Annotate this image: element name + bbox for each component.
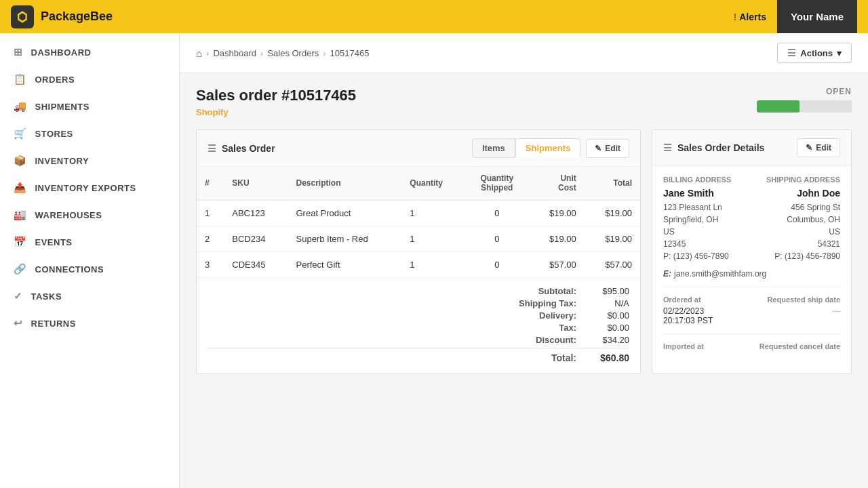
shipping-zip: 54321 [755,238,840,250]
details-edit-button[interactable]: ✎ Edit [797,138,840,157]
order-source: Shopify [196,107,356,117]
cell-num: 3 [197,252,224,278]
card-header: ☰ Sales Order Items Shipments ✎ Edit [197,130,640,167]
tab-items[interactable]: Items [472,138,515,158]
sidebar-item-shipments[interactable]: 🚚 SHIPMENTS [0,93,179,120]
cell-sku: BCD234 [224,226,288,252]
sidebar-icon-inventory: 📦 [14,155,27,167]
breadcrumb-sales-orders[interactable]: Sales Orders [267,48,319,58]
sidebar-item-dashboard[interactable]: ⊞ DASHBOARD [0,39,179,66]
cell-total: $19.00 [585,226,640,252]
section-divider [663,287,840,287]
cell-unit-cost: $19.00 [529,200,585,226]
ordered-at-col: Ordered at 02/22/2023 20:17:03 PST [663,296,748,325]
shipping-name: John Doe [755,188,840,199]
sidebar-item-connections[interactable]: 🔗 CONNECTIONS [0,256,179,283]
sidebar-item-tasks[interactable]: ✓ TASKS [0,283,179,310]
shipping-address2: Columbus, OH [755,214,840,226]
app-header: PackageBee ! Alerts Your Name [0,0,868,33]
alerts-label: Alerts [739,12,766,22]
breadcrumb-sep-2: › [260,48,263,58]
progress-bar [757,100,852,113]
requested-cancel-label: Requested cancel date [755,342,840,350]
sidebar-label-shipments: SHIPMENTS [35,102,90,112]
progress-bar-fill [757,100,800,113]
sidebar-icon-shipments: 🚚 [14,100,27,113]
home-icon: ⌂ [196,47,202,59]
billing-address1: 123 Pleasant Ln [663,201,748,214]
sidebar-item-stores[interactable]: 🛒 STORES [0,120,179,147]
sidebar-item-orders[interactable]: 📋 ORDERS [0,66,179,93]
logo-icon [11,5,34,28]
tab-shipments[interactable]: Shipments [515,138,580,158]
discount-value: $34.20 [582,335,629,345]
edit-button[interactable]: ✎ Edit [586,139,629,158]
order-table: # SKU Description Quantity QuantityShipp… [197,167,640,277]
tax-value: $0.00 [582,323,629,333]
shipping-type: Shipping Address [755,176,840,184]
sidebar-label-warehouses: WAREHOUSES [35,210,102,220]
sidebar-icon-inventory-exports: 📤 [14,182,27,194]
requested-ship-label: Requested ship date [755,296,840,304]
sidebar: ⊞ DASHBOARD 📋 ORDERS 🚚 SHIPMENTS 🛒 STORE… [0,33,180,488]
breadcrumb: ⌂ › Dashboard › Sales Orders › 10517465 [196,47,369,59]
shipping-phone: P: (123) 456-7890 [755,251,840,261]
actions-button[interactable]: ☰ Actions ▾ [777,43,852,63]
subtotal-label: Subtotal: [538,286,576,296]
sidebar-item-warehouses[interactable]: 🏭 WAREHOUSES [0,201,179,228]
col-total: Total [585,167,640,200]
section-divider-2 [663,333,840,334]
details-edit-label: Edit [816,143,831,152]
details-header: ☰ Sales Order Details ✎ Edit [652,130,851,166]
details-title-text: Sales Order Details [677,142,764,153]
shipping-address: Shipping Address John Doe 456 Spring St … [755,176,840,261]
menu-icon: ☰ [208,143,216,154]
cell-sku: CDE345 [224,252,288,278]
total-row: Total: $60.80 [208,348,629,363]
imported-at-col: Imported at [663,342,748,353]
sidebar-icon-events: 📅 [14,236,27,248]
subtotal-row: Subtotal: $95.00 [208,286,629,296]
content-area: ☰ Sales Order Items Shipments ✎ Edit [180,124,868,385]
requested-ship-col: Requested ship date --- [755,296,840,325]
cell-desc: Great Product [288,200,402,226]
col-desc: Description [288,167,402,200]
cell-qty-shipped: 0 [465,200,529,226]
sidebar-item-returns[interactable]: ↩ RETURNS [0,310,179,337]
sidebar-label-orders: ORDERS [35,75,75,85]
subtotal-value: $95.00 [582,286,629,296]
order-info: Sales order #10517465 Shopify [196,87,356,117]
details-card-title: ☰ Sales Order Details [663,142,764,153]
card-title: ☰ Sales Order [208,143,275,154]
billing-address: Billing Address Jane Smith 123 Pleasant … [663,176,748,261]
sidebar-item-inventory[interactable]: 📦 INVENTORY [0,147,179,174]
sidebar-item-events[interactable]: 📅 EVENTS [0,228,179,256]
ordered-at-label: Ordered at [663,296,748,304]
list-icon: ☰ [787,47,796,58]
billing-country: US [663,226,748,238]
ordered-at-time: 20:17:03 PST [663,316,748,325]
alerts-button[interactable]: ! Alerts [723,6,777,28]
layout: ⊞ DASHBOARD 📋 ORDERS 🚚 SHIPMENTS 🛒 STORE… [0,33,868,488]
shipping-country: US [755,226,840,238]
order-title: Sales order #10517465 [196,87,356,104]
breadcrumb-dashboard[interactable]: Dashboard [213,48,256,58]
cell-desc: Perfect Gift [288,252,402,278]
total-value: $60.80 [582,352,629,363]
status-label: OPEN [757,87,852,96]
sidebar-label-tasks: TASKS [31,291,62,302]
billing-zip: 12345 [663,238,748,250]
delivery-value: $0.00 [582,310,629,321]
breadcrumb-order-id: 10517465 [330,48,370,58]
billing-phone: P: (123) 456-7890 [663,251,748,261]
app-name: PackageBee [41,9,113,24]
username-button[interactable]: Your Name [777,0,857,33]
sidebar-icon-returns: ↩ [14,317,23,329]
chevron-down-icon: ▾ [837,48,842,58]
sidebar-item-inventory-exports[interactable]: 📤 INVENTORY EXPORTS [0,174,179,201]
sidebar-label-events: EVENTS [35,237,73,247]
sidebar-icon-tasks: ✓ [14,290,23,302]
details-menu-icon: ☰ [663,142,672,153]
cell-qty-shipped: 0 [465,252,529,278]
requested-ship-value: --- [755,306,840,316]
